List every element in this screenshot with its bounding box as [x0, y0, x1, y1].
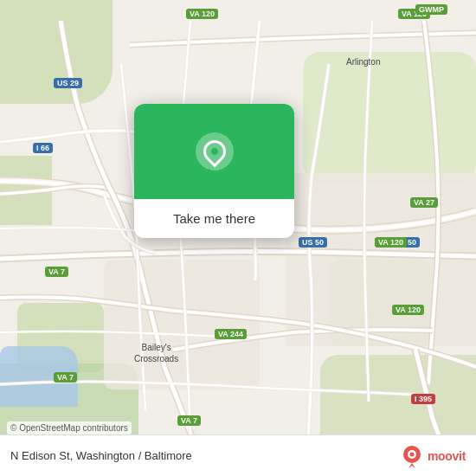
place-label-arlington: Arlington	[346, 56, 380, 68]
place-label-baileys: Bailey'sCrossroads	[134, 342, 178, 364]
road-label: VA 120	[392, 305, 424, 315]
road-label: VA 7	[45, 267, 68, 277]
moovit-logo: moovit	[400, 444, 466, 468]
road-label: US 29	[54, 78, 82, 88]
moovit-text: moovit	[428, 449, 466, 463]
road-label: I 66	[33, 143, 53, 153]
moovit-icon	[400, 444, 424, 468]
road-label: GWMP	[415, 4, 447, 15]
location-pin-icon	[198, 136, 230, 168]
map-container: VA 120VA 120US 29I 66I 66VA 27US 50US 50…	[0, 0, 476, 476]
road-label: VA 7	[54, 372, 77, 383]
road-label: VA 120	[186, 9, 218, 19]
map-attribution: © OpenStreetMap contributors	[7, 421, 132, 434]
location-popup: Take me there	[134, 104, 294, 238]
road-label: US 50	[299, 237, 327, 248]
take-me-there-button[interactable]: Take me there	[134, 199, 294, 238]
svg-point-2	[409, 452, 414, 456]
bottom-bar: N Edison St, Washington / Baltimore moov…	[0, 434, 476, 476]
popup-header	[134, 104, 294, 199]
road-label: I 395	[411, 394, 435, 404]
road-label: VA 7	[177, 415, 201, 426]
location-address: N Edison St, Washington / Baltimore	[10, 449, 192, 462]
road-label: VA 27	[410, 197, 438, 208]
road-label: VA 120	[375, 237, 407, 248]
location-pin-circle	[196, 132, 234, 170]
road-label: VA 244	[215, 329, 247, 339]
location-pin-dot	[209, 146, 219, 156]
